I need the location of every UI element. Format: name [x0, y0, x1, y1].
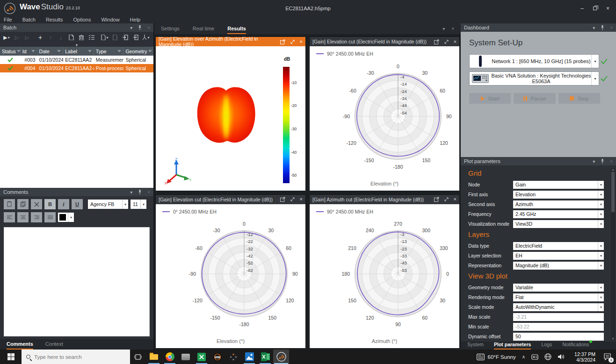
menu-results[interactable]: Results — [46, 17, 63, 23]
tab-plot-parameters[interactable]: Plot parameters — [494, 342, 531, 350]
data-type-select[interactable]: ElectricField▾ — [513, 242, 604, 250]
minimize-button[interactable]: – — [580, 6, 584, 11]
table-row[interactable]: #003 01/10/2024 EC2811AA2 Measurement Sp… — [0, 56, 153, 64]
plot-header[interactable]: [Gain] Elevation cut (ElectricField in M… — [310, 37, 459, 46]
plot-header[interactable]: [Gain] Azimuth cut (ElectricField in Mag… — [310, 195, 459, 204]
representation-select[interactable]: Magnitude (dB)▾ — [513, 262, 604, 270]
scrollbar[interactable]: ▲ ▼ — [611, 168, 615, 340]
move-up-button[interactable]: ↑ — [47, 33, 54, 42]
filter-icon[interactable] — [117, 50, 121, 52]
frequency-select[interactable]: 2.45 GHz▾ — [513, 210, 604, 218]
filter-icon[interactable] — [88, 50, 92, 52]
menu-options[interactable]: Options — [73, 17, 91, 23]
column-header-status[interactable]: Status — [0, 47, 21, 56]
expand-icon[interactable] — [444, 197, 449, 202]
node-select[interactable]: Gain▾ — [513, 181, 604, 189]
taskbar-search[interactable] — [22, 350, 130, 364]
popout-icon[interactable] — [280, 39, 285, 44]
plot-header[interactable]: [Gain] Elevation cut (ElectricField in M… — [156, 195, 305, 204]
filter-icon[interactable] — [17, 50, 21, 52]
tray-app-icon[interactable] — [531, 354, 538, 360]
visualization-mode-select[interactable]: View3D▾ — [513, 220, 604, 228]
window-position-icon[interactable]: ▾ — [130, 190, 132, 195]
new-document-button[interactable]: ▾ — [101, 33, 109, 42]
filter-icon[interactable] — [148, 50, 152, 52]
export-icon[interactable] — [132, 33, 139, 42]
run-next-button[interactable]: ▷ — [23, 33, 31, 42]
second-axis-select[interactable]: Azimuth▾ — [513, 200, 604, 208]
filter-icon[interactable] — [31, 50, 35, 52]
close-plot-icon[interactable]: × — [300, 39, 303, 44]
polar-chart[interactable]: -3-13-23-33-43-5327030033003060901201501… — [310, 214, 459, 339]
tab-logs[interactable]: Logs — [541, 342, 552, 350]
column-header-id[interactable]: Id — [21, 47, 37, 56]
menu-file[interactable]: File — [4, 17, 12, 23]
run-button[interactable]: ▶▾ — [3, 33, 10, 42]
tab-settings[interactable]: Settings — [161, 26, 180, 34]
import-icon[interactable] — [122, 33, 129, 42]
expand-icon[interactable] — [444, 39, 449, 44]
expand-icon[interactable] — [290, 39, 295, 44]
italic-button[interactable]: I — [58, 199, 69, 209]
run-selected-button[interactable]: ▷ — [13, 33, 21, 42]
rendering-mode-select[interactable]: Flat▾ — [513, 293, 604, 301]
close-panel-icon[interactable]: × — [610, 159, 613, 164]
open-document-icon[interactable] — [111, 33, 119, 42]
pause-button[interactable]: Pause — [514, 93, 555, 104]
hw-app-icon[interactable]: HW — [210, 350, 225, 364]
taskbar-clock[interactable]: 12:37 PM 4/3/2024 — [574, 351, 597, 363]
excel-icon[interactable] — [257, 350, 273, 364]
popout-icon[interactable] — [434, 39, 439, 44]
volume-icon[interactable] — [558, 354, 565, 360]
copy-button[interactable] — [17, 199, 29, 209]
task-view-icon[interactable] — [130, 350, 146, 364]
column-header-label[interactable]: Label — [63, 47, 94, 56]
cut-button[interactable] — [31, 199, 42, 209]
network-icon[interactable] — [544, 353, 551, 360]
min-scale-field[interactable] — [513, 323, 604, 331]
start-button[interactable]: Start — [469, 93, 511, 104]
pin-icon[interactable] — [138, 25, 142, 30]
font-size-select[interactable]: 11 ▾ — [130, 200, 146, 209]
dynamic-offset-field[interactable] — [513, 333, 604, 341]
underline-button[interactable]: U — [72, 199, 83, 209]
popout-icon[interactable] — [280, 197, 285, 202]
align-center-button[interactable] — [17, 212, 29, 222]
close-panel-icon[interactable]: × — [147, 190, 150, 195]
pin-icon[interactable] — [601, 25, 604, 30]
paste-button[interactable] — [4, 199, 15, 209]
justify-button[interactable] — [44, 212, 56, 222]
comments-editor[interactable] — [4, 227, 150, 336]
tab-real-time[interactable]: Real time — [193, 26, 214, 34]
gray-app-icon[interactable] — [178, 350, 194, 364]
scale-mode-select[interactable]: AutoWithDynamic▾ — [513, 303, 604, 311]
column-header-geometry[interactable]: Geometry — [123, 47, 153, 56]
probe-tool-button[interactable]: ▾ — [142, 33, 150, 42]
notification-center-icon[interactable]: 3 — [603, 353, 611, 361]
column-header-type[interactable]: Type — [94, 47, 124, 56]
restore-button[interactable] — [593, 6, 597, 11]
green-x-app-icon[interactable] — [194, 350, 210, 364]
polar-chart[interactable]: -12-22-32-42-52-620306090120150-180-150-… — [156, 214, 305, 339]
stop-button[interactable]: Stop — [558, 93, 600, 104]
menu-window[interactable]: Window — [101, 17, 119, 23]
chrome-icon[interactable] — [162, 350, 178, 364]
tab-context[interactable]: Context — [45, 341, 63, 350]
photos-app-icon[interactable] — [241, 350, 257, 364]
layer-selection-select[interactable]: EH▾ — [513, 252, 604, 260]
filter-icon[interactable] — [57, 50, 61, 52]
batch-splitter[interactable]: ▼ — [0, 43, 153, 47]
close-button[interactable]: × — [606, 6, 609, 11]
scrollbar-thumb[interactable] — [611, 172, 615, 212]
dark-dial-app-icon[interactable] — [225, 350, 241, 364]
show-hidden-icons-chevron[interactable]: ∧ — [522, 354, 525, 359]
close-plot-icon[interactable]: × — [454, 39, 457, 44]
scroll-down-icon[interactable]: ▼ — [612, 337, 615, 340]
window-position-icon[interactable]: ▾ — [593, 25, 595, 30]
move-down-button[interactable]: ↓ — [57, 33, 65, 42]
list-options-icon[interactable] — [88, 33, 95, 42]
pin-icon[interactable] — [601, 159, 604, 164]
align-left-button[interactable] — [4, 212, 15, 222]
popout-icon[interactable] — [434, 197, 439, 202]
bold-button[interactable]: B — [44, 199, 56, 209]
